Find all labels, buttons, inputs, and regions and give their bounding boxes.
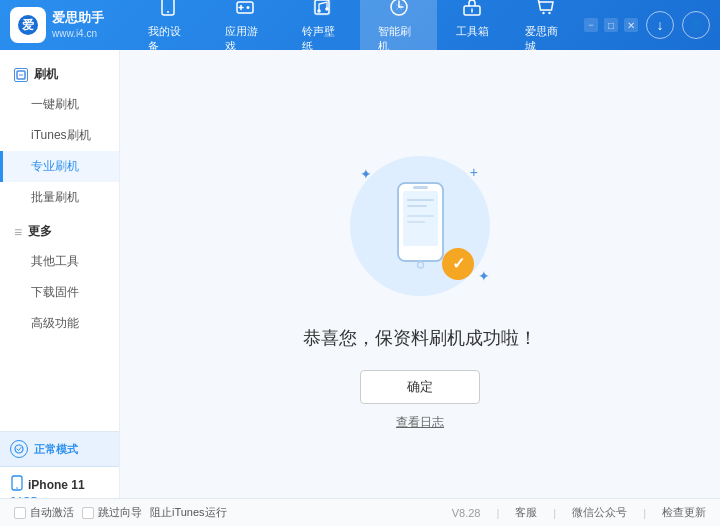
svg-point-11 [325,7,329,11]
view-log-link[interactable]: 查看日志 [396,414,444,431]
content-area: ✓ ✦ + ✦ 恭喜您，保资料刷机成功啦！ 确定 查看日志 [120,50,720,526]
shop-icon [536,0,556,22]
svg-rect-27 [407,199,434,201]
app-logo-icon: 爱 [10,7,46,43]
app-name: 爱思助手 [52,10,104,27]
toolbox-icon [462,0,482,22]
sidebar-section-more: ≡ 更多 [0,217,119,246]
sidebar-item-download-firmware[interactable]: 下载固件 [0,277,119,308]
more-section-label: 更多 [28,223,52,240]
device-phone-icon [10,475,24,494]
skip-guide-check[interactable] [82,507,94,519]
success-check-badge: ✓ [442,248,474,280]
normal-mode-label: 正常模式 [34,442,78,457]
device-name: iPhone 11 [28,478,85,492]
flash-section-icon [14,68,28,82]
auto-activate-check[interactable] [14,507,26,519]
tab-smart-flash-label: 智能刷机 [378,24,419,54]
svg-rect-25 [413,186,428,189]
svg-point-19 [15,445,23,453]
sidebar-item-pro-flash[interactable]: 专业刷机 [0,151,119,182]
minimize-button[interactable]: － [584,18,598,32]
auto-activate-checkbox[interactable]: 自动激活 [14,505,74,520]
sidebar-item-advanced[interactable]: 高级功能 [0,308,119,339]
maximize-button[interactable]: □ [604,18,618,32]
check-update-link[interactable]: 检查更新 [662,505,706,520]
sidebar-item-batch-flash[interactable]: 批量刷机 [0,182,119,213]
app-url: www.i4.cn [52,27,104,40]
tab-my-device-label: 我的设备 [148,24,189,54]
skip-guide-checkbox[interactable]: 跳过向导 [82,505,142,520]
svg-point-21 [16,487,18,489]
logo-text: 爱思助手 www.i4.cn [52,10,104,40]
header: 爱 爱思助手 www.i4.cn 我的设备 应用游戏 铃声壁纸 [0,0,720,50]
success-illustration: ✓ ✦ + ✦ [340,146,500,306]
status-bar: 自动激活 跳过向导 阻止iTunes运行 V8.28 | 客服 | 微信公众号 … [0,498,720,526]
mode-icon [10,440,28,458]
svg-rect-29 [407,215,434,217]
sidebar-item-other-tools[interactable]: 其他工具 [0,246,119,277]
flash-section-label: 刷机 [34,66,58,83]
tab-ringtone-label: 铃声壁纸 [302,24,343,54]
sidebar-item-one-click[interactable]: 一键刷机 [0,89,119,120]
status-right: V8.28 | 客服 | 微信公众号 | 检查更新 [452,505,706,520]
normal-mode-button[interactable]: 正常模式 [0,432,119,467]
svg-point-26 [417,262,423,268]
download-button[interactable]: ↓ [646,11,674,39]
service-link[interactable]: 客服 [515,505,537,520]
app-games-icon [235,0,255,22]
version-label: V8.28 [452,507,481,519]
svg-text:爱: 爱 [22,18,34,32]
stop-itunes-button[interactable]: 阻止iTunes运行 [150,505,227,520]
svg-point-15 [542,11,544,13]
sparkle-icon-tl: ✦ [360,166,372,182]
sidebar-section-flash: 刷机 [0,60,119,89]
confirm-button[interactable]: 确定 [360,370,480,404]
success-title: 恭喜您，保资料刷机成功啦！ [303,326,537,350]
tab-app-games-label: 应用游戏 [225,24,266,54]
phone-illustration [393,181,448,271]
sidebar: 刷机 一键刷机 iTunes刷机 专业刷机 批量刷机 ≡ 更多 其他工具 下载固… [0,50,120,526]
svg-point-16 [548,11,550,13]
skip-guide-label: 跳过向导 [98,505,142,520]
sparkle-icon-tr: + [470,164,478,180]
auto-activate-label: 自动激活 [30,505,74,520]
ringtone-icon [312,0,332,22]
logo-area: 爱 爱思助手 www.i4.cn [10,7,130,43]
window-controls: － □ ✕ [584,18,638,32]
user-button[interactable]: 👤 [682,11,710,39]
svg-point-10 [317,9,321,13]
wechat-link[interactable]: 微信公众号 [572,505,627,520]
header-actions: ↓ 👤 [646,11,710,39]
svg-rect-28 [407,205,427,207]
smart-flash-icon [389,0,409,22]
svg-point-5 [247,6,250,9]
svg-rect-30 [407,221,425,223]
close-button[interactable]: ✕ [624,18,638,32]
sidebar-item-itunes-flash[interactable]: iTunes刷机 [0,120,119,151]
tab-toolbox-label: 工具箱 [456,24,489,39]
status-left: 自动激活 跳过向导 阻止iTunes运行 [14,505,227,520]
more-section-icon: ≡ [14,224,22,240]
tab-shop-label: 爱思商城 [525,24,566,54]
sparkle-icon-br: ✦ [478,268,490,284]
my-device-icon [158,0,178,22]
